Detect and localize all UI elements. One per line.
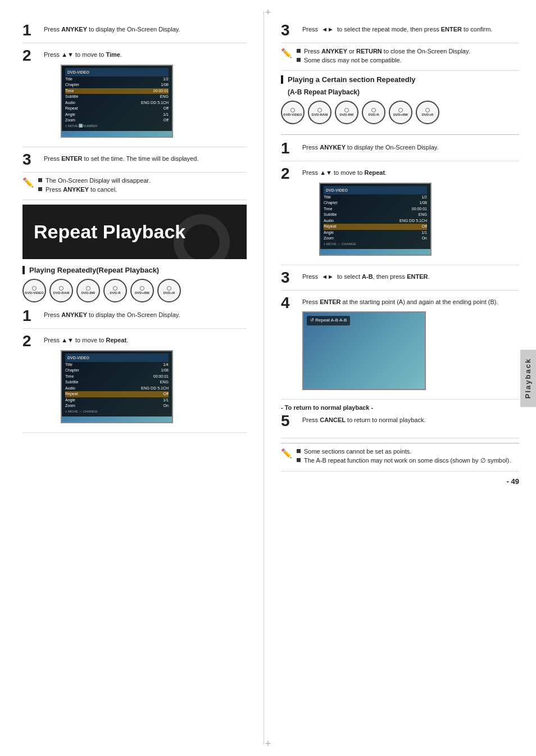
- osd-row-angle: Angle1/1: [65, 112, 169, 118]
- cancel-section: - To return to normal playback - 5 Press…: [281, 404, 519, 438]
- time-label: Time: [106, 51, 120, 58]
- cancel-key: CANCEL: [320, 417, 346, 423]
- dvd-inner-4: [113, 286, 117, 291]
- dvd-icons-repeat: DVD-VIDEO DVD-RAM DVD-RW DVD-R DVD+RW DV…: [22, 279, 247, 302]
- enter-rt3: ENTER: [441, 26, 462, 33]
- step-ab4-content: Press ENTER at the starting point (A) an…: [302, 295, 519, 395]
- dvd-inner-5: [140, 286, 144, 291]
- note-row-1: ✏️ The On-Screen Display will disappear.…: [22, 177, 247, 200]
- step-ab4: 4 Press ENTER at the starting point (A) …: [281, 295, 519, 400]
- note-r1-bullet: Press ANYKEY or RETURN to close the On-S…: [297, 48, 470, 55]
- step-number-3a: 3: [22, 152, 39, 168]
- step-number-r1: 1: [22, 308, 39, 324]
- arrow-up-down-1: ▲▼: [61, 51, 74, 58]
- bullet-ab1: [297, 449, 301, 453]
- sidebar-playback-tab: Playback: [520, 349, 536, 406]
- divider-ab: [281, 443, 519, 443]
- osd-ab-chapter: Chapter1/08: [324, 200, 427, 206]
- anykey-r1: ANYKEY: [61, 311, 87, 318]
- dvd-ab-inner-1: [290, 108, 295, 112]
- note-row-right-1: ✏️ Press ANYKEY or RETURN to close the O…: [281, 48, 519, 71]
- osd-overlay-ab: DVD-VIDEO Title1/2 Chapter1/08 Time00:00…: [320, 184, 430, 249]
- step-ab5: 5 Press CANCEL to return to normal playb…: [281, 413, 519, 433]
- repeat-label-r2: Repeat: [106, 337, 126, 343]
- ab-label: A-B: [362, 273, 373, 280]
- osd-row-zoom: ZoomOff: [65, 117, 169, 124]
- bullet-sq-1b: [38, 187, 42, 191]
- osd2-time: Time00:00:01: [65, 374, 169, 380]
- osd-row-audio: AudioENG DD 5.1CH: [65, 100, 169, 106]
- step-number-rt3: 3: [281, 22, 298, 38]
- step-ab2-content: Press ▲▼ to move to Repeat. DVD-VIDEO Ti…: [302, 166, 519, 260]
- note-icon-ab: ✏️: [281, 448, 292, 459]
- anykey-ab1: ANYKEY: [320, 144, 346, 151]
- step-ab5-content: Press CANCEL to return to normal playbac…: [302, 413, 519, 425]
- step-number-ab5: 5: [281, 413, 298, 429]
- step-ab3-content: Press ◄► to select A-B, then press ENTER…: [302, 270, 519, 282]
- osd2-footer: ± MOVE ↔ CHANGE: [65, 409, 169, 414]
- osd-row-title: Title1/2: [65, 76, 169, 83]
- arrow-ud-r2: ▲▼: [61, 337, 74, 343]
- bullet-sq-1a: [38, 178, 42, 182]
- note-icon-1: ✏️: [22, 177, 34, 188]
- repeat-playback-title-block: Repeat Playback: [22, 205, 247, 259]
- osd2-chapter: Chapter1/08: [65, 368, 169, 374]
- dvd-icons-ab: DVD-VIDEO DVD-RAM DVD-RW DVD-R DVD+RW: [281, 101, 519, 124]
- osd-title-ab: DVD-VIDEO: [324, 186, 427, 194]
- step-number-ab2: 2: [281, 166, 298, 182]
- step-r1-content: Press ANYKEY to display the On-Screen Di…: [44, 308, 247, 320]
- step-ab3: 3 Press ◄► to select A-B, then press ENT…: [281, 270, 519, 291]
- osd-overlay-2: DVD-VIDEO Title1/4 Chapter1/08 Time00:00…: [62, 351, 172, 417]
- dvd-ab-inner-6: [425, 108, 430, 112]
- dvd-ab-inner-2: [317, 108, 322, 112]
- note-icon-r1: ✏️: [281, 48, 292, 58]
- note-bullet-1a: The On-Screen Display will disappear.: [38, 177, 150, 184]
- arrow-ud-ab2: ▲▼: [320, 169, 332, 176]
- dvdpr-icon-ab: DVD+R: [416, 101, 439, 124]
- dvdpr-icon: DVD+R: [157, 279, 181, 302]
- dvdprw-icon: DVD+RW: [130, 279, 154, 302]
- osd-ab-time: Time00:00:01: [324, 206, 427, 212]
- osd-ab-angle: Angle1/1: [324, 230, 427, 236]
- osd-ab-audio: AudioENG DD 5.1CH: [324, 218, 427, 224]
- osd-ab-subtitle: SubtitleENG: [324, 212, 427, 218]
- right-column: 3 Press ◄► to select the repeat mode, th…: [264, 11, 536, 745]
- osd-overlay-1: DVD-VIDEO Title1/2 Chapter1/08 Time00:00…: [62, 66, 172, 131]
- osd2-subtitle: SubtitleENG: [65, 379, 169, 386]
- step-2-content: Press ▲▼ to move to Time. DVD-VIDEO Titl…: [44, 48, 247, 142]
- dvd-inner-6: [167, 286, 171, 291]
- osd-ab-zoom: ZoomOn: [324, 236, 427, 242]
- note-ab-bullet2: The A-B repeat function may not work on …: [297, 457, 511, 464]
- dvd-ram-icon: DVD-RAM: [49, 279, 73, 302]
- step-rt3-content: Press ◄► to select the repeat mode, then…: [302, 22, 519, 35]
- step-number-ab3: 3: [281, 270, 298, 286]
- note-ab-bullet1: Some sections cannot be set as points.: [297, 448, 511, 455]
- note-bullet-1b: Press ANYKEY to cancel.: [38, 186, 150, 193]
- note-content-ab: Some sections cannot be set as points. T…: [297, 448, 511, 467]
- bullet-r1: [297, 49, 301, 53]
- osd-ab-footer: ± MOVE ↔ CHANGE: [324, 242, 427, 247]
- step-ab2: 2 Press ▲▼ to move to Repeat. DVD-VIDEO …: [281, 166, 519, 265]
- step-number-ab1: 1: [281, 141, 298, 156]
- note-r1-bullet2: Some discs may not be compatible.: [297, 57, 470, 64]
- osd-footer-1: ± MOVE 🔢NUMBER: [65, 124, 169, 129]
- step-1-left: 1 Press ANYKEY to display the On-Screen …: [22, 22, 247, 43]
- ab-screen-label: ↺ Repeat A-B A-B: [307, 316, 350, 325]
- step-2-left: 2 Press ▲▼ to move to Time. DVD-VIDEO Ti…: [22, 48, 247, 147]
- step-number-2: 2: [22, 48, 39, 64]
- repeat-playback-title: Repeat Playback: [34, 221, 235, 242]
- dvd-video-icon: DVD-VIDEO: [22, 279, 46, 302]
- step-2-repeat: 2 Press ▲▼ to move to Repeat. DVD-VIDEO …: [22, 333, 247, 433]
- step-number-r2: 2: [22, 333, 39, 349]
- osd-ab-repeat: RepeatOff: [324, 224, 427, 230]
- dvd-rw-icon: DVD-RW: [76, 279, 100, 302]
- dvd-inner-2: [59, 286, 63, 291]
- step-1-content: Press ANYKEY to display the On-Screen Di…: [44, 22, 247, 35]
- arrow-lr-ab3: ◄►: [321, 273, 334, 280]
- dvd-video-icon-ab: DVD-VIDEO: [281, 101, 305, 124]
- ab-section-title: Playing a Certain section Repeatedly: [288, 75, 416, 84]
- osd-title-1: DVD-VIDEO: [65, 68, 169, 76]
- osd2-audio: AudioENG DD 5.1CH: [65, 386, 169, 392]
- step-3-left: 3 Press ENTER to set the time. The time …: [22, 152, 247, 173]
- osd-row-repeat: RepeatOff: [65, 106, 169, 112]
